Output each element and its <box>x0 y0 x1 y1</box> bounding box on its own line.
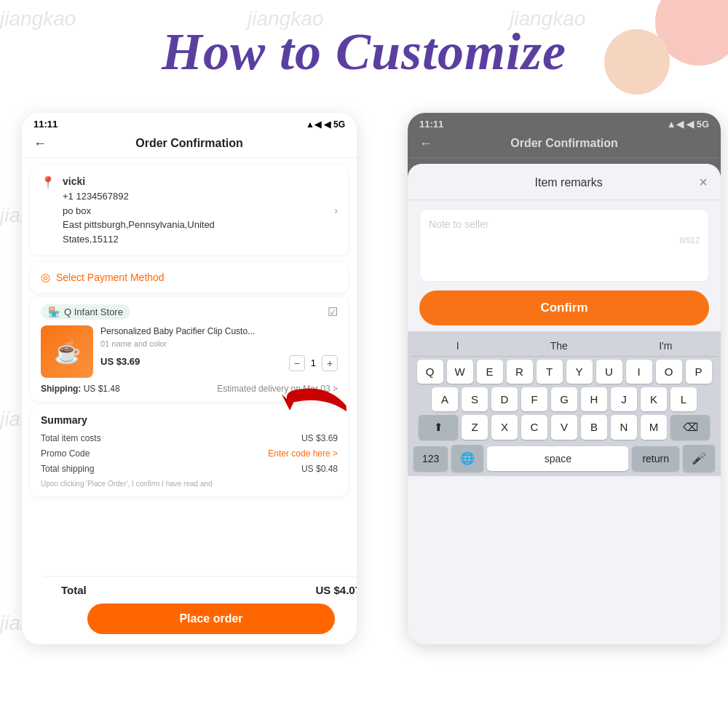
key-W[interactable]: W <box>447 360 473 384</box>
key-S[interactable]: S <box>462 387 488 411</box>
store-name: Q Infant Store <box>64 306 123 317</box>
qty-value: 1 <box>311 357 316 368</box>
key-A[interactable]: A <box>432 387 458 411</box>
key-H[interactable]: H <box>581 387 607 411</box>
left-header: ← Order Confirmation <box>22 132 357 158</box>
right-back-arrow[interactable]: ← <box>419 136 432 151</box>
product-details: Personalized Baby Pacifier Clip Custo...… <box>100 325 338 371</box>
store-badge: 🏪 Q Infant Store <box>41 304 130 320</box>
total-label: Total <box>61 584 87 596</box>
summary-row-promo[interactable]: Promo Code Enter code here > <box>41 448 338 459</box>
right-5g-icon: 5G <box>697 119 709 130</box>
qty-decrease-button[interactable]: − <box>289 355 305 371</box>
shipping-price: US $1.48 <box>84 384 120 394</box>
right-signal-icon: ▲◀ <box>667 119 684 130</box>
qty-increase-button[interactable]: + <box>322 355 338 371</box>
address-line3: States,15112 <box>63 232 327 247</box>
address-name: vicki <box>63 174 327 189</box>
key-J[interactable]: J <box>611 387 637 411</box>
right-status-icons: ▲◀ ◀ 5G <box>667 119 709 130</box>
note-to-seller-field[interactable]: Note to seller 0/512 <box>419 209 709 282</box>
key-X[interactable]: X <box>491 415 518 440</box>
key-T[interactable]: T <box>537 360 563 384</box>
item-remarks-modal: Item remarks × Note to seller 0/512 rema… <box>408 164 721 644</box>
summary-row-items: Total item costs US $3.69 <box>41 433 338 443</box>
suggestion-1[interactable]: I <box>456 340 459 352</box>
store-icon: 🏪 <box>48 306 60 317</box>
address-phone: +1 1234567892 <box>63 189 327 204</box>
summary-row-shipping: Total shipping US $0.48 <box>41 464 338 474</box>
key-V[interactable]: V <box>551 415 577 440</box>
back-arrow-icon[interactable]: ← <box>33 136 47 151</box>
product-variant: 01 name and color <box>100 339 338 348</box>
key-E[interactable]: E <box>477 360 503 384</box>
key-K[interactable]: K <box>641 387 667 411</box>
suggestion-2[interactable]: The <box>550 340 568 352</box>
address-text: vicki +1 1234567892 po box East pittsbur… <box>63 174 327 246</box>
address-line2: East pittsburgh,Pennsylvania,United <box>63 218 327 232</box>
product-price: US $3.69 <box>100 356 140 367</box>
total-shipping-label: Total shipping <box>41 464 94 474</box>
payment-label: Select Payment Method <box>56 272 165 283</box>
key-L[interactable]: L <box>670 387 697 411</box>
place-order-button[interactable]: Place order <box>87 604 335 634</box>
key-Z[interactable]: Z <box>462 415 488 440</box>
item-costs-label: Total item costs <box>41 433 101 443</box>
payment-icon: ◎ <box>41 271 50 284</box>
keyboard-row-3: ⬆ Z X C V B N M ⌫ <box>411 415 718 440</box>
location-icon: 📍 <box>41 175 55 189</box>
store-header: 🏪 Q Infant Store ☑ <box>41 304 338 320</box>
suggestion-3[interactable]: I'm <box>659 340 672 352</box>
modal-close-button[interactable]: × <box>699 174 708 191</box>
confirm-button[interactable]: Confirm <box>419 290 709 325</box>
key-O[interactable]: O <box>656 360 682 384</box>
keyboard-row-2: A S D F G H J K L <box>411 387 718 411</box>
right-phone-mockup: 11:11 ▲◀ ◀ 5G ← Order Confirmation 📍 vic… <box>408 113 721 644</box>
key-F[interactable]: F <box>521 387 547 411</box>
emoji-key[interactable]: 🌐 <box>451 445 483 472</box>
keyboard: I The I'm Q W E R T Y U I O P A S D F <box>408 331 721 476</box>
char-count: 0/512 <box>429 236 700 245</box>
signal-icon: ▲◀ <box>306 119 321 130</box>
product-row: ☕ Personalized Baby Pacifier Clip Custo.… <box>41 325 338 378</box>
right-time: 11:11 <box>419 119 443 130</box>
key-B[interactable]: B <box>581 415 607 440</box>
total-value: US $4.07 <box>315 584 357 596</box>
store-check-icon[interactable]: ☑ <box>328 305 338 319</box>
keyboard-bottom-row: 123 🌐 space return 🎤 <box>411 443 718 473</box>
left-status-bar: 11:11 ▲◀ ◀ 5G <box>22 113 357 132</box>
chevron-icon: › <box>334 205 338 216</box>
item-costs-value: US $3.69 <box>301 433 338 443</box>
wifi-icon: ◀ <box>324 119 331 130</box>
key-D[interactable]: D <box>491 387 518 411</box>
product-image: ☕ <box>41 325 93 378</box>
key-N[interactable]: N <box>611 415 637 440</box>
page-title: How to Customize <box>162 22 566 82</box>
key-P[interactable]: P <box>686 360 712 384</box>
shift-key[interactable]: ⬆ <box>419 415 458 440</box>
key-U[interactable]: U <box>596 360 622 384</box>
key-C[interactable]: C <box>521 415 547 440</box>
key-Q[interactable]: Q <box>417 360 443 384</box>
space-key[interactable]: space <box>487 446 628 471</box>
note-placeholder: Note to seller <box>429 218 700 230</box>
product-name: Personalized Baby Pacifier Clip Custo... <box>100 325 338 338</box>
key-G[interactable]: G <box>551 387 577 411</box>
delete-key[interactable]: ⌫ <box>670 415 710 440</box>
mic-icon[interactable]: 🎤 <box>683 445 715 472</box>
key-M[interactable]: M <box>641 415 667 440</box>
key-Y[interactable]: Y <box>566 360 593 384</box>
key-I[interactable]: I <box>626 360 652 384</box>
left-status-icons: ▲◀ ◀ 5G <box>306 119 345 130</box>
address-card[interactable]: 📍 vicki +1 1234567892 po box East pittsb… <box>31 165 348 255</box>
order-confirmation-title: Order Confirmation <box>135 137 243 150</box>
payment-row[interactable]: ◎ Select Payment Method <box>31 262 348 293</box>
quantity-row: − 1 + <box>289 355 338 371</box>
numbers-key[interactable]: 123 <box>414 446 448 471</box>
blob-peach <box>604 29 670 95</box>
return-key[interactable]: return <box>632 446 679 471</box>
key-R[interactable]: R <box>507 360 533 384</box>
summary-note: Upon clicking 'Place Order', I confirm I… <box>41 480 338 488</box>
right-status-bar: 11:11 ▲◀ ◀ 5G <box>408 113 721 132</box>
right-order-title: Order Confirmation <box>510 137 618 150</box>
